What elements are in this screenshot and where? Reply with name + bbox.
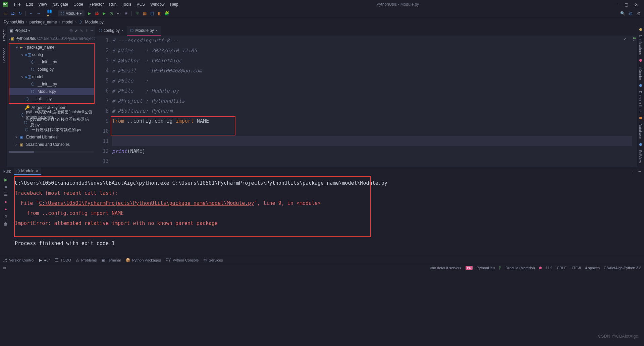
tree-row[interactable]: v▸◫config (9, 51, 94, 58)
open-icon[interactable]: ▭ (3, 11, 8, 16)
tree-row[interactable]: ⬡__init__.py (9, 58, 94, 66)
horizontal-scrollbar[interactable] (9, 151, 94, 153)
close-icon[interactable]: × (121, 28, 123, 33)
rail-tab-project[interactable]: Project (1, 26, 7, 44)
menu-file[interactable]: File (11, 2, 23, 7)
database-icon[interactable] (639, 117, 642, 119)
sciview-icon[interactable] (639, 143, 642, 146)
search-icon[interactable]: 🔍 (620, 11, 625, 16)
target-icon[interactable]: ◎ (69, 28, 73, 33)
bottom-tab-python-console[interactable]: PYPython Console (166, 258, 199, 263)
code-line[interactable]: from ..config.config import NAME (112, 116, 632, 126)
status-theme[interactable]: Dracula (Material) (505, 266, 535, 270)
chevron-down-icon[interactable]: ▾ (28, 28, 30, 33)
run-config-selector[interactable]: ⬡ Module ▾ (58, 10, 85, 16)
menu-vcs[interactable]: VCS (134, 2, 148, 7)
bottom-tab-problems[interactable]: ⚠Problems (76, 258, 97, 263)
layout-icon[interactable]: ◫ (149, 11, 155, 16)
code-content[interactable]: # ---encoding:utf-8---# @Time : 2023/6/1… (112, 36, 632, 167)
close-button[interactable]: ✕ (635, 2, 639, 6)
menu-view[interactable]: View (36, 2, 50, 7)
print-icon[interactable]: ⎙ (5, 214, 7, 219)
code-line[interactable]: # @Site : (112, 76, 632, 86)
code-line[interactable]: # @Project : PythonUtils (112, 96, 632, 106)
status-indent[interactable]: 4 spaces (585, 266, 600, 270)
tree-row[interactable]: ⬡Module.py (9, 88, 94, 95)
back-icon[interactable]: ← (29, 11, 34, 16)
bottom-tab-python-packages[interactable]: 📦Python Packages (125, 258, 161, 263)
atom-icon[interactable]: ⚛ (135, 11, 140, 16)
profile-icon[interactable]: ◷ (109, 11, 114, 16)
menu-edit[interactable]: Edit (23, 2, 36, 7)
breadcrumb-item[interactable]: Module.py (84, 20, 104, 24)
close-icon[interactable]: × (36, 169, 38, 173)
users-icon[interactable]: 👥▾ (47, 11, 52, 16)
menu-run[interactable]: Run (106, 2, 119, 7)
trash-icon[interactable]: 🗑 (4, 222, 8, 226)
stop-icon[interactable]: ■ (123, 11, 129, 16)
rail-tab-leetcode[interactable]: Leetcode (1, 44, 7, 66)
file-link[interactable]: C:\Users\10501\PycharmProjects\PythonUti… (39, 200, 254, 206)
rail-tab-aixcoder[interactable]: aiXcoder (638, 63, 644, 83)
tree-root[interactable]: v ▣ PythonUtils C:\Users\10501\PycharmPr… (7, 35, 95, 42)
close-icon[interactable]: × (156, 28, 158, 33)
run-icon[interactable]: ▶ (87, 11, 92, 16)
code-line[interactable] (112, 126, 632, 136)
maximize-button[interactable]: ▢ (625, 2, 629, 6)
status-interpreter[interactable]: CBAiotAigc-Python 3.8 (604, 266, 641, 270)
tree-row[interactable]: v▸◫model (9, 73, 94, 80)
code-line[interactable]: # @Email ：1050100468@qq.com (112, 66, 632, 76)
bottom-tab-services[interactable]: ⚙Services (203, 258, 223, 263)
editor-top-right-icons[interactable]: ✓ ⋮ (624, 37, 635, 41)
menu-code[interactable]: Code (71, 2, 86, 7)
code-line[interactable]: # @File : Module.py (112, 86, 632, 96)
status-encoding[interactable]: UTF-8 (571, 266, 581, 270)
tree-row[interactable]: ⬡__init__.py (9, 80, 94, 88)
editor-tab[interactable]: ⬡Module.py× (127, 26, 161, 36)
coverage-icon[interactable]: ▶ (101, 11, 107, 16)
breakpoint-icon[interactable]: ● (4, 199, 7, 204)
code-line[interactable]: # ---encoding:utf-8--- (112, 36, 632, 46)
menu-window[interactable]: Window (148, 2, 167, 7)
status-position[interactable]: 11:1 (546, 266, 553, 270)
status-menu-icon[interactable]: ▭ (3, 266, 6, 270)
rail-tab-notifications[interactable]: Notifications (638, 32, 644, 58)
more-icon[interactable]: ⋮ (631, 169, 635, 174)
filter-icon[interactable]: ☰ (4, 192, 8, 197)
notifications-icon[interactable] (639, 28, 642, 31)
tree-row[interactable]: ⬡__init__.py (9, 95, 94, 103)
target-icon[interactable]: ◎ (628, 11, 633, 16)
tree-row[interactable]: >▣External Libraries (9, 133, 94, 141)
stop-icon[interactable]: ■ (4, 185, 7, 189)
status-line-sep[interactable]: CRLF (557, 266, 567, 270)
status-server[interactable]: <no default server> (430, 266, 462, 270)
rail-tab-database[interactable]: Database (638, 121, 644, 142)
forward-icon[interactable]: → (36, 11, 41, 16)
bottom-tab-terminal[interactable]: ▣Terminal (101, 258, 121, 263)
run-tab[interactable]: ⬡ Module × (14, 168, 41, 175)
menu-tools[interactable]: Tools (119, 2, 134, 7)
editor-tab[interactable]: ⬡config.py× (95, 26, 127, 36)
hide-icon[interactable]: ─ (91, 28, 93, 33)
code-line[interactable]: # @Software: PyCharm (112, 106, 632, 116)
tree-row[interactable]: ⬡一行连续打印带有颜色的.py (9, 126, 94, 133)
status-project-pill[interactable]: PU (466, 266, 473, 270)
breadcrumb-item[interactable]: PythonUtils (3, 20, 25, 24)
save-icon[interactable]: 🖫 (10, 11, 15, 16)
menu-help[interactable]: Help (167, 2, 181, 7)
tree-row[interactable]: ⬡python实现ssh连接查看服务器信息.py (9, 119, 94, 126)
code-line[interactable]: # @Time : 2023/6/10 12:05 (112, 46, 632, 56)
rerun-icon[interactable]: ▶ (4, 177, 7, 182)
expand-icon[interactable]: ⤢ (75, 28, 78, 33)
console-output[interactable]: C:\Users\10501\anaconda3\envs\CBAiotAigc… (11, 175, 644, 256)
menu-navigate[interactable]: Navigate (50, 2, 71, 7)
gear-icon[interactable]: ⚙ (636, 11, 641, 16)
project-view-label[interactable]: Project (14, 28, 27, 33)
bottom-tab-version-control[interactable]: ⎇Version Control (3, 258, 34, 263)
tree-row[interactable]: >▣Scratches and Consoles (9, 141, 94, 148)
tree-row[interactable]: v▸▭package_name (9, 44, 94, 51)
rail-tab-sciview[interactable]: SciView (638, 147, 644, 166)
code-line[interactable] (112, 136, 632, 146)
grid-icon[interactable]: ▦ (142, 11, 147, 16)
code-line[interactable]: print(NAME) (112, 146, 632, 156)
